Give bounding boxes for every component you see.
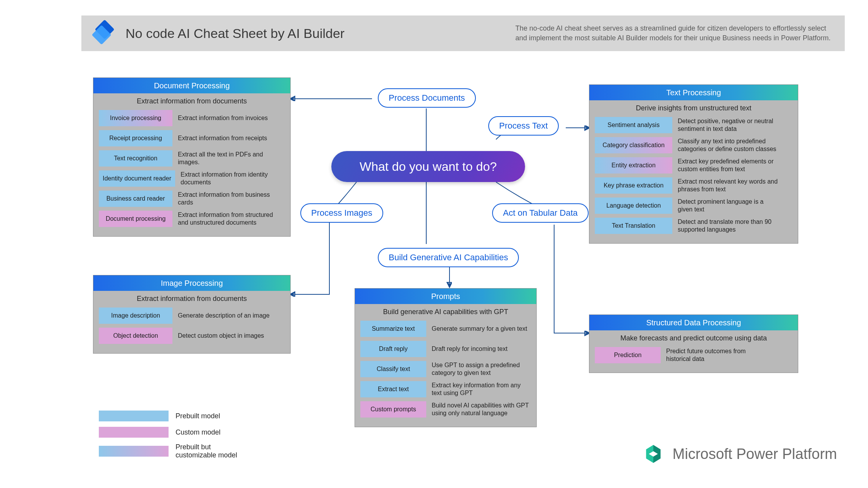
capability-desc: Detect and translate more than 90 suppor… [678, 218, 778, 234]
capability-chip[interactable]: Text Translation [595, 218, 672, 234]
legend-item-custom: Custom model [99, 427, 245, 438]
capability-desc: Detect positive, negative or neutral sen… [678, 117, 778, 133]
card-title: Structured Data Processing [589, 315, 798, 330]
capability-chip[interactable]: Identity document reader [99, 170, 175, 187]
card-document-processing: Document Processing Extract information … [93, 77, 291, 237]
page-header: No code AI Cheat Sheet by AI Builder The… [81, 15, 845, 51]
pill-act-on-tabular[interactable]: Act on Tabular Data [492, 203, 589, 223]
card-title: Prompts [355, 289, 536, 304]
card-title: Text Processing [589, 85, 798, 100]
capability-chip[interactable]: Extract text [360, 381, 426, 397]
pill-process-text[interactable]: Process Text [488, 116, 559, 136]
capability-desc: Predict future outcomes from historical … [666, 347, 767, 363]
page-subtitle: The no-code AI cheat sheet serves as a s… [515, 24, 833, 43]
capability-row: Invoice processingExtract information fr… [99, 110, 285, 126]
power-platform-icon [642, 443, 664, 465]
capability-chip[interactable]: Document processing [99, 211, 172, 227]
capability-desc: Extract information from receipts [178, 134, 267, 142]
capability-chip[interactable]: Entity extraction [595, 157, 672, 174]
card-subtitle: Extract information from documents [93, 291, 290, 308]
capability-row: Text recognitionExtract all the text in … [99, 150, 285, 167]
capability-row: Image descriptionGenerate description of… [99, 308, 285, 324]
card-subtitle: Extract information from documents [93, 93, 290, 110]
page-title: No code AI Cheat Sheet by AI Builder [126, 26, 344, 41]
capability-row: Document processingExtract information f… [99, 211, 285, 227]
card-title: Document Processing [93, 78, 290, 93]
ai-builder-icon [93, 22, 116, 45]
pill-process-images[interactable]: Process Images [300, 203, 383, 223]
capability-desc: Extract information from business cards [178, 191, 279, 206]
capability-desc: Extract information from invoices [178, 114, 268, 122]
legend-label: Prebuilt but customizable model [176, 443, 245, 459]
capability-chip[interactable]: Language detection [595, 198, 672, 214]
legend-swatch-prebuilt [99, 411, 169, 421]
capability-chip[interactable]: Summarize text [360, 321, 426, 337]
capability-chip[interactable]: Key phrase extraction [595, 177, 672, 194]
capability-desc: Use GPT to assign a predefined category … [432, 361, 531, 377]
capability-desc: Classify any text into predefined catego… [678, 137, 778, 153]
capability-chip[interactable]: Classify text [360, 361, 426, 377]
capability-row: Summarize textGenerate summary for a giv… [360, 321, 531, 337]
capability-desc: Draft reply for incoming text [432, 345, 508, 353]
capability-desc: Detect prominent language is a given tex… [678, 198, 778, 213]
capability-chip[interactable]: Category classification [595, 137, 672, 153]
card-title: Image Processing [93, 275, 290, 291]
legend-item-mix: Prebuilt but customizable model [99, 443, 245, 459]
legend-label: Custom model [176, 428, 220, 436]
legend-swatch-custom [99, 427, 169, 438]
capability-row: Language detectionDetect prominent langu… [595, 198, 792, 214]
capability-chip[interactable]: Sentiment analysis [595, 117, 672, 133]
capability-chip[interactable]: Business card reader [99, 191, 172, 207]
capability-desc: Build novel AI capabilities with GPT usi… [432, 402, 531, 417]
central-question-hub: What do you want to do? [331, 151, 525, 182]
capability-chip[interactable]: Receipt processing [99, 130, 172, 146]
legend-swatch-mix [99, 446, 169, 457]
capability-row: Identity document readerExtract informat… [99, 170, 285, 187]
card-subtitle: Build generative AI capabilities with GP… [355, 304, 536, 321]
brand-footer: Microsoft Power Platform [642, 443, 837, 465]
capability-desc: Detect custom object in images [178, 332, 264, 340]
capability-desc: Extract key information from any text us… [432, 381, 531, 397]
capability-row: Extract textExtract key information from… [360, 381, 531, 397]
capability-desc: Extract most relevant key words and phra… [678, 178, 778, 193]
capability-desc: Generate summary for a given text [432, 325, 527, 333]
pill-process-documents[interactable]: Process Documents [378, 88, 476, 108]
capability-desc: Extract all the text in PDFs and images. [178, 151, 279, 166]
legend-item-prebuilt: Prebuilt model [99, 411, 245, 421]
capability-desc: Extract information from identity docume… [181, 171, 281, 186]
capability-chip[interactable]: Custom prompts [360, 401, 426, 418]
capability-row: Custom promptsBuild novel AI capabilitie… [360, 401, 531, 418]
capability-row: Sentiment analysisDetect positive, negat… [595, 117, 792, 133]
capability-row: PredictionPredict future outcomes from h… [595, 347, 792, 363]
capability-desc: Generate description of an image [178, 312, 270, 320]
capability-row: Entity extractionExtract key predefined … [595, 157, 792, 174]
capability-desc: Extract information from structured and … [178, 211, 279, 227]
card-subtitle: Derive insights from unstructured text [589, 100, 798, 117]
capability-row: Category classificationClassify any text… [595, 137, 792, 153]
card-text-processing: Text Processing Derive insights from uns… [589, 84, 798, 244]
pill-build-genai[interactable]: Build Generative AI Capabilities [378, 248, 519, 267]
legend: Prebuilt model Custom model Prebuilt but… [99, 411, 245, 465]
brand-label: Microsoft Power Platform [673, 446, 837, 462]
capability-row: Receipt processingExtract information fr… [99, 130, 285, 146]
card-subtitle: Make forecasts and predict outcome using… [589, 330, 798, 347]
card-structured-data: Structured Data Processing Make forecast… [589, 314, 798, 373]
capability-chip[interactable]: Text recognition [99, 150, 172, 167]
card-image-processing: Image Processing Extract information fro… [93, 275, 291, 354]
capability-chip[interactable]: Prediction [595, 347, 661, 363]
card-prompts: Prompts Build generative AI capabilities… [355, 288, 537, 427]
capability-chip[interactable]: Image description [99, 308, 172, 324]
capability-chip[interactable]: Invoice processing [99, 110, 172, 126]
capability-chip[interactable]: Draft reply [360, 341, 426, 357]
capability-chip[interactable]: Object detection [99, 328, 172, 344]
capability-row: Key phrase extractionExtract most releva… [595, 177, 792, 194]
capability-desc: Extract key predefined elements or custo… [678, 158, 778, 173]
capability-row: Object detectionDetect custom object in … [99, 328, 285, 344]
capability-row: Draft replyDraft reply for incoming text [360, 341, 531, 357]
capability-row: Text TranslationDetect and translate mor… [595, 218, 792, 234]
legend-label: Prebuilt model [176, 412, 220, 420]
capability-row: Business card readerExtract information … [99, 191, 285, 207]
capability-row: Classify textUse GPT to assign a predefi… [360, 361, 531, 377]
